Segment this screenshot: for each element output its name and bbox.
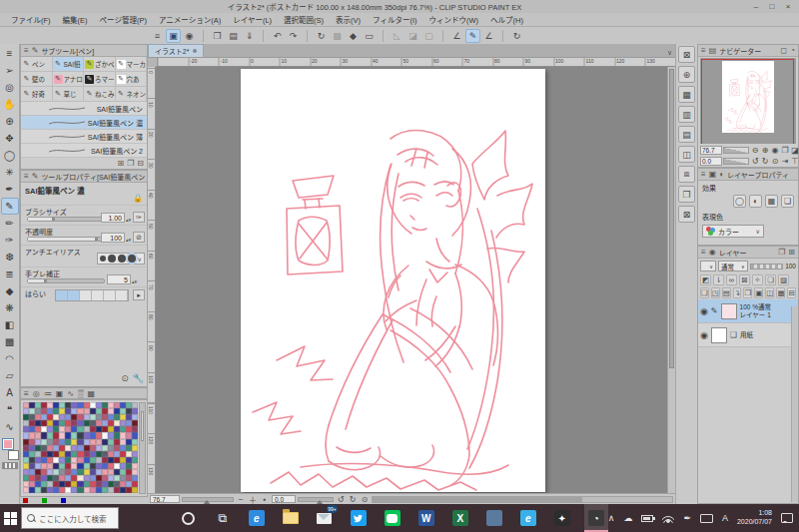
panel-menu-icon[interactable]: ≡ bbox=[24, 46, 29, 55]
merge-with-lower-layer[interactable]: ❐ bbox=[743, 287, 752, 298]
move-layer-tool[interactable]: ✥ bbox=[1, 130, 19, 147]
subview-tab-icon[interactable]: ◻ bbox=[781, 46, 788, 55]
menu-item-3[interactable]: ページ管理(P) bbox=[95, 14, 152, 25]
line-icon[interactable] bbox=[381, 504, 404, 532]
tab-icon[interactable]: ◐ bbox=[719, 170, 724, 179]
material-color-pattern[interactable]: ▦ bbox=[678, 86, 695, 103]
zoom-out-icon[interactable]: − bbox=[236, 495, 246, 504]
operation-tool[interactable]: ➢ bbox=[1, 62, 19, 79]
canvas-vertical-scrollbar[interactable] bbox=[667, 67, 675, 493]
color-history-tab[interactable]: ▦ bbox=[88, 389, 96, 398]
navigator-preview[interactable] bbox=[700, 58, 796, 144]
task-view-button[interactable]: ⧉ bbox=[211, 504, 235, 532]
color-swatch[interactable] bbox=[132, 487, 138, 493]
layer-opacity-value[interactable]: 100 bbox=[785, 263, 796, 269]
document-tab[interactable]: イラスト2* bbox=[148, 44, 204, 57]
color-set-tab[interactable]: ▣ bbox=[56, 389, 64, 398]
clip-studio-open-icon[interactable]: ▣ bbox=[166, 29, 181, 43]
new-raster-layer[interactable]: ❑ bbox=[700, 287, 709, 298]
save-file-icon[interactable]: ⇓ bbox=[242, 29, 257, 43]
canvas-paper[interactable] bbox=[241, 69, 545, 492]
rotate-left-icon[interactable]: ↺ bbox=[336, 495, 346, 504]
start-button[interactable] bbox=[0, 504, 21, 532]
material-close[interactable]: ⊠ bbox=[678, 206, 695, 223]
stabilization-spinner[interactable]: ▴▾ bbox=[132, 278, 137, 284]
brush-size-value[interactable]: 1.00 bbox=[101, 213, 125, 223]
add-subtool-icon[interactable]: ⊞ bbox=[117, 159, 124, 168]
harai-expand-button[interactable]: ▸ bbox=[133, 289, 145, 300]
subtool-grid-item[interactable]: ✎マーカ bbox=[116, 57, 148, 72]
set-as-reference-layer[interactable]: ⇂ bbox=[713, 274, 724, 285]
subtool-grid-item[interactable]: ✎ペン bbox=[21, 57, 53, 72]
material-image[interactable]: ◫ bbox=[678, 146, 695, 163]
blend-tool[interactable]: ❋ bbox=[1, 299, 19, 316]
lock-transparent-pixels[interactable]: ⊠ bbox=[739, 274, 750, 285]
color-slider-tab[interactable]: ≔ bbox=[44, 389, 52, 398]
antialias-options[interactable]: ∨ bbox=[97, 253, 145, 265]
extract-line-button[interactable]: ◐ bbox=[749, 195, 762, 208]
zoom-tool[interactable]: ◎ bbox=[1, 79, 19, 96]
expression-color-dropdown[interactable]: カラー ∨ bbox=[702, 225, 764, 238]
zoom-value-field[interactable]: 76.7 bbox=[150, 495, 180, 503]
layer-row[interactable]: ◉❏用紙 bbox=[698, 323, 798, 347]
subtool-grid-item[interactable]: ✎ろマー bbox=[84, 72, 116, 87]
text-tool[interactable]: A bbox=[1, 384, 19, 401]
notes-icon[interactable] bbox=[482, 504, 506, 532]
selection-border-icon[interactable]: ▭ bbox=[362, 29, 377, 43]
pencil-tool[interactable]: ✏ bbox=[1, 215, 19, 232]
restore-button[interactable]: □ bbox=[765, 2, 779, 11]
layer-visibility-icon[interactable]: ◉ bbox=[700, 306, 708, 316]
deselect-icon[interactable]: ↻ bbox=[314, 29, 329, 43]
palette-menu[interactable]: ≡ bbox=[1, 45, 19, 62]
lock-layer[interactable]: ∞ bbox=[726, 274, 737, 285]
taskbar-clock[interactable]: 1:08 2020/07/07 bbox=[737, 509, 772, 527]
material-recent[interactable]: ❐ bbox=[678, 186, 695, 203]
fill-tool-cmd-icon[interactable]: ◪ bbox=[405, 29, 420, 43]
crop-mask-icon[interactable]: ◺ bbox=[390, 29, 404, 43]
rotation-value-field[interactable]: 0.0 bbox=[272, 495, 296, 503]
material-manga[interactable]: ▤ bbox=[678, 126, 695, 143]
menu-item-1[interactable]: ファイル(F) bbox=[6, 14, 56, 25]
balloon-tool[interactable]: ❝ bbox=[1, 401, 19, 418]
gradient-tool[interactable]: ▩ bbox=[1, 333, 19, 350]
onedrive-icon[interactable]: ☁ bbox=[623, 513, 632, 523]
hand-tool[interactable]: ✋ bbox=[1, 96, 19, 113]
clip-at-layer-below[interactable]: ◩ bbox=[700, 274, 711, 285]
delete-subtool-icon[interactable]: ⊟ bbox=[137, 159, 144, 168]
subtool-grid-item[interactable]: ✎穴あ bbox=[116, 72, 148, 87]
auto-select-tool[interactable]: ✳ bbox=[1, 164, 19, 181]
rotate-left-button[interactable]: ↺ bbox=[750, 156, 760, 166]
subtool-grid-item[interactable]: ✎SAI鉛 bbox=[53, 57, 85, 72]
reset-rotation-icon[interactable]: ⊙ bbox=[360, 495, 370, 504]
zoom-out-button[interactable]: ⊖ bbox=[750, 145, 760, 155]
subtool-grid-item[interactable]: ✎草じ bbox=[53, 87, 85, 102]
transfer-to-lower-layer[interactable]: ↴ bbox=[733, 287, 742, 298]
menu-item-6[interactable]: 選択範囲(S) bbox=[279, 14, 329, 25]
selection-tool[interactable]: ◯ bbox=[1, 147, 19, 164]
clip-studio-paint-icon[interactable]: ◔ bbox=[584, 504, 608, 532]
taskbar-search-input[interactable]: ここに入力して検索 bbox=[21, 507, 119, 529]
panel-menu-icon[interactable]: ≡ bbox=[24, 172, 29, 181]
subtool-list-item[interactable]: SAI鉛筆風ペン 薄 bbox=[21, 130, 147, 144]
figure-tool[interactable]: ◠ bbox=[1, 350, 19, 367]
reset-display-button[interactable]: ⊤ bbox=[790, 156, 799, 166]
color-set-scrollbar[interactable] bbox=[139, 402, 146, 494]
flip-view-button[interactable]: ⇥ bbox=[780, 156, 790, 166]
subtool-grid-item[interactable]: ✎ねこみ bbox=[84, 87, 116, 102]
twitter-icon[interactable] bbox=[347, 504, 371, 532]
menu-item-5[interactable]: レイヤー(L) bbox=[228, 14, 277, 25]
create-layer-mask[interactable]: ▣ bbox=[754, 287, 763, 298]
zoom-in-icon[interactable]: ＋ bbox=[248, 494, 258, 505]
layer-list-scrollbar[interactable] bbox=[791, 306, 798, 502]
layer-opacity-slider[interactable] bbox=[750, 264, 784, 269]
rotate-right-button[interactable]: ↻ bbox=[760, 156, 770, 166]
title-bar[interactable]: イラスト2* (ポストカード 100.00 x 148.00mm 350dpi … bbox=[0, 0, 799, 13]
material-download[interactable]: ⊛ bbox=[678, 66, 695, 83]
special-effect-dropdown[interactable]: ∨ bbox=[700, 261, 716, 271]
invert-selection-icon[interactable]: ◆ bbox=[346, 29, 361, 43]
rotate-right-icon[interactable]: ↻ bbox=[348, 495, 358, 504]
hidden-icons-chevron[interactable]: ∧ bbox=[608, 513, 615, 523]
airbrush-tool[interactable]: ❆ bbox=[1, 249, 19, 266]
stabilization-slider[interactable] bbox=[27, 278, 105, 283]
menu-item-2[interactable]: 編集(E) bbox=[58, 14, 93, 25]
